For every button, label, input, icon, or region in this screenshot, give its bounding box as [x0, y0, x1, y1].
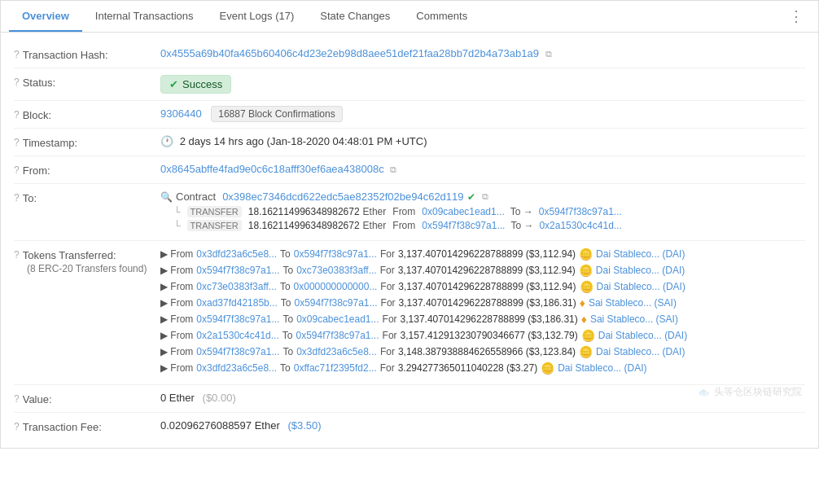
transfer1-to-link[interactable]: 0x594f7f38c97a1... [539, 206, 622, 217]
to-value: 🔍 Contract 0x398ec7346dcd622edc5ae82352f… [160, 191, 805, 234]
for-label: For [380, 248, 395, 260]
for-label: For [380, 281, 395, 292]
token-amount: 3,157.412913230790346677 ($3,132.79) [401, 330, 578, 341]
tree-icon-2: └ [173, 220, 181, 231]
token-coin-link[interactable]: Dai Stableco... (DAI) [558, 362, 646, 374]
token-from-link[interactable]: 0x594f7f38c97a1... [196, 265, 279, 276]
status-value: ✔ Success [160, 75, 805, 94]
ether-label-1: Ether [363, 206, 387, 217]
from-row: ? From: 0x8645abffe4fad9e0c6c18afff30ef6… [14, 156, 805, 184]
value-row: ? Value: 0 Ether ($0.00) [14, 385, 805, 413]
to-label: To [282, 346, 293, 357]
search-contract-icon: 🔍 [160, 191, 173, 203]
tab-internal-transactions[interactable]: Internal Transactions [82, 2, 207, 32]
token-coin-link[interactable]: Dai Stableco... (DAI) [596, 248, 685, 260]
token-from-link[interactable]: 0x594f7f38c97a1... [196, 313, 279, 325]
to-row: ? To: 🔍 Contract 0x398ec7346dcd622edc5ae… [14, 184, 805, 241]
help-icon-tokens: ? [14, 249, 20, 261]
copy-contract-icon[interactable]: ⧉ [482, 191, 488, 202]
token-amount: 3.294277365011040228 ($3.27) [398, 362, 538, 374]
timestamp-label: ? Timestamp: [14, 135, 160, 149]
to-label: ? To: [14, 191, 160, 204]
status-badge: ✔ Success [160, 75, 231, 94]
token-from-link[interactable]: 0x3dfd23a6c5e8... [196, 362, 277, 374]
token-coin-link[interactable]: Dai Stableco... (DAI) [596, 265, 685, 276]
token-from-link[interactable]: 0x594f7f38c97a1... [196, 346, 279, 357]
from-address-link[interactable]: 0x8645abffe4fad9e0c6c18afff30ef6aea43800… [160, 163, 384, 175]
token-to-link[interactable]: 0x000000000000... [294, 281, 378, 292]
token-from-link[interactable]: 0x2a1530c4c41d... [196, 330, 278, 341]
help-icon-timestamp: ? [14, 137, 20, 148]
transfer1-from-link[interactable]: 0x09cabec1ead1... [422, 206, 504, 217]
transfer2-amount: 18.162114996348982672 [248, 220, 360, 231]
token-to-link[interactable]: 0x594f7f38c97a1... [294, 248, 377, 260]
watermark-icon: 🐟 [698, 387, 710, 398]
token-coin-link[interactable]: Dai Stableco... (DAI) [597, 281, 685, 292]
coin-icon: 🪙 [579, 264, 593, 277]
to-label: To [280, 281, 291, 292]
more-options-icon[interactable]: ⋮ [782, 1, 810, 32]
timestamp-row: ? Timestamp: 🕐 2 days 14 hrs ago (Jan-18… [14, 129, 805, 156]
help-icon-block: ? [14, 109, 20, 121]
token-row: ▶ From 0x594f7f38c97a1... To 0x09cabec1e… [160, 313, 805, 326]
tokens-value: ▶ From 0x3dfd23a6c5e8... To 0x594f7f38c9… [160, 248, 805, 378]
token-amount: 3,137.407014296228788899 ($3,112.94) [398, 265, 576, 276]
for-label: For [380, 362, 395, 374]
token-coin-link[interactable]: Dai Stableco... (DAI) [596, 346, 685, 357]
token-amount: 3,137.407014296228788899 ($3,112.94) [398, 248, 576, 260]
tab-event-logs[interactable]: Event Logs (17) [207, 2, 308, 32]
tokens-row: ? Tokens Transferred: (8 ERC-20 Transfer… [14, 241, 805, 385]
from-prefix: ▶ From [160, 265, 193, 276]
transaction-hash-value: 0x4555a69b40fa465b60406c4d23e2eb98d8aee5… [160, 47, 805, 59]
token-to-link[interactable]: 0x09cabec1ead1... [296, 313, 379, 325]
help-icon-from: ? [14, 164, 20, 176]
transfer2-from-link[interactable]: 0x594f7f38c97a1... [422, 220, 505, 231]
token-to-link[interactable]: 0xffac71f2395fd2... [294, 362, 377, 374]
from-prefix: ▶ From [160, 346, 193, 357]
token-amount: 3,148.387938884626558966 ($3,123.84) [398, 346, 576, 357]
transaction-hash-row: ? Transaction Hash: 0x4555a69b40fa465b60… [14, 41, 805, 68]
tab-bar: Overview Internal Transactions Event Log… [1, 1, 818, 33]
contract-address-link[interactable]: 0x398ec7346dcd622edc5ae82352f02be94c62d1… [222, 191, 463, 203]
transfer-line-2: └ TRANSFER 18.162114996348982672 Ether F… [173, 220, 805, 231]
help-icon: ? [14, 49, 20, 60]
value-usd: ($0.00) [203, 392, 236, 404]
transfer-label-1: TRANSFER [187, 206, 242, 217]
block-number-link[interactable]: 9306440 [160, 107, 202, 120]
token-row: ▶ From 0x594f7f38c97a1... To 0x3dfd23a6c… [160, 345, 805, 358]
transfer1-amount: 18.162114996348982672 [248, 206, 360, 217]
from-label-2: From [392, 220, 415, 231]
copy-hash-icon[interactable]: ⧉ [545, 49, 552, 59]
token-to-link[interactable]: 0x594f7f38c97a1... [294, 297, 377, 309]
ether-label-2: Ether [363, 220, 387, 231]
overview-content: ? Transaction Hash: 0x4555a69b40fa465b60… [1, 33, 818, 448]
transfer2-to-link[interactable]: 0x2a1530c4c41d... [539, 220, 621, 231]
tab-state-changes[interactable]: State Changes [307, 2, 403, 32]
clock-icon: 🕐 [160, 135, 173, 147]
tokens-sub-label: (8 ERC-20 Transfers found) [14, 263, 147, 274]
token-to-link[interactable]: 0x594f7f38c97a1... [296, 330, 379, 341]
tab-comments[interactable]: Comments [403, 2, 480, 32]
verified-icon: ✔ [467, 191, 475, 203]
arrow-2: To → [510, 220, 533, 231]
copy-from-icon[interactable]: ⧉ [390, 164, 396, 174]
token-amount: 3,137.407014296228788899 ($3,186.31) [399, 297, 576, 309]
token-coin-link[interactable]: Sai Stableco... (SAI) [590, 313, 678, 325]
hash-text[interactable]: 0x4555a69b40fa465b60406c4d23e2eb98d8aee5… [160, 47, 539, 59]
transaction-hash-label: ? Transaction Hash: [14, 47, 160, 61]
to-label: To [280, 362, 291, 374]
fee-row: ? Transaction Fee: 0.02096276088597 Ethe… [14, 413, 805, 440]
from-prefix: ▶ From [160, 362, 193, 374]
tab-overview[interactable]: Overview [9, 2, 82, 32]
token-to-link[interactable]: 0x3dfd23a6c5e8... [296, 346, 377, 357]
token-coin-link[interactable]: Sai Stableco... (SAI) [589, 297, 677, 309]
coin-icon: 🪙 [579, 345, 593, 358]
token-from-link[interactable]: 0xc73e0383f3aff... [196, 281, 277, 292]
token-coin-link[interactable]: Dai Stableco... (DAI) [598, 330, 687, 341]
token-to-link[interactable]: 0xc73e0383f3aff... [296, 265, 377, 276]
for-label: For [383, 330, 397, 341]
token-row: ▶ From 0xc73e0383f3aff... To 0x000000000… [160, 280, 805, 293]
to-label: To [282, 313, 293, 325]
token-from-link[interactable]: 0xad37fd42185b... [196, 297, 277, 309]
token-from-link[interactable]: 0x3dfd23a6c5e8... [196, 248, 277, 260]
